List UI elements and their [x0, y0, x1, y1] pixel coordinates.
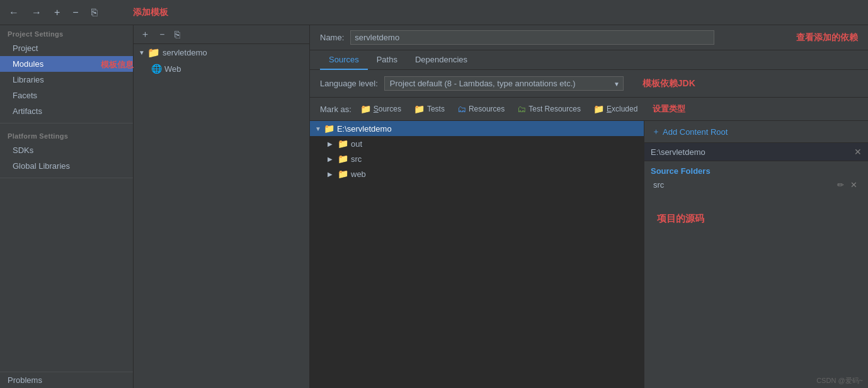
right-panel-item-actions: ✏ ✕ [835, 180, 859, 190]
src-root-path-label: E:\servletdemo [337, 124, 392, 134]
src-tree-root-item[interactable]: ▼ 📁 E:\servletdemo [310, 121, 644, 136]
resources-folder-icon: 🗂 [457, 104, 466, 114]
language-level-wrapper: Project default (8 - Lambdas, type annot… [384, 76, 624, 91]
forward-button[interactable]: → [29, 6, 44, 20]
mark-as-label: Mark as: [320, 105, 351, 114]
tree-add-btn[interactable]: ＋ [139, 28, 152, 41]
plus-icon: ＋ [652, 126, 660, 137]
right-panel-close-button[interactable]: ✕ [854, 147, 862, 157]
name-row: Name: 查看添加的依赖 [310, 25, 868, 50]
content-area: Name: 查看添加的依赖 Sources Paths Dependencies… [310, 25, 868, 388]
remove-src-button[interactable]: ✕ [848, 180, 859, 190]
right-panel-path-label: E:\servletdemo [651, 147, 705, 157]
language-level-label: Language level: [320, 79, 378, 88]
testresources-folder-icon: 🗂 [517, 104, 526, 114]
sidebar-item-libraries[interactable]: Libraries [0, 72, 133, 88]
add-content-root-button[interactable]: ＋ Add Content Root [652, 126, 728, 137]
tree-web-label: Web [164, 64, 181, 74]
main-layout: Project Settings Project Modules Librari… [0, 25, 868, 388]
tab-paths[interactable]: Paths [368, 50, 406, 70]
source-tree: ▼ 📁 E:\servletdemo ▶ 📁 out ▶ 📁 src ▶ 📁 [310, 121, 644, 388]
mark-as-row: Mark as: 📁 Sources 📁 Tests 🗂 Resources 🗂… [310, 98, 868, 121]
mark-sources-label: Sources [374, 105, 401, 113]
folder-icon-root: 📁 [147, 47, 160, 59]
tree-item-web[interactable]: 🌐 Web [134, 61, 309, 76]
sidebar-item-artifacts[interactable]: Artifacts [0, 103, 133, 119]
annotation-template-info: 模板信息 [101, 59, 134, 71]
mark-tests-label: Tests [427, 105, 445, 113]
mark-excluded-btn[interactable]: 📁 Excluded [590, 103, 641, 115]
mark-testresources-label: Test Resources [528, 105, 581, 113]
sidebar: Project Settings Project Modules Librari… [0, 25, 134, 388]
right-panel-src-name: src [653, 180, 664, 190]
src-folder-icon: 📁 [338, 154, 348, 164]
platform-settings-label: Platform Settings [0, 127, 133, 142]
src-tree-out-arrow: ▶ [328, 140, 333, 147]
right-panel-toolbar: ＋ Add Content Root [644, 121, 868, 143]
mark-resources-btn[interactable]: 🗂 Resources [454, 103, 508, 115]
tree-root-label: servletdemo [163, 48, 207, 57]
right-panel: ＋ Add Content Root E:\servletdemo ✕ Sour… [644, 121, 868, 388]
right-panel-path-row: E:\servletdemo ✕ [644, 143, 868, 161]
src-out-label: out [351, 139, 362, 149]
src-tree-src-item[interactable]: ▶ 📁 src [310, 151, 644, 166]
add-button[interactable]: + [52, 6, 62, 20]
tree-toolbar: ＋ － ⎘ [134, 25, 309, 44]
tabs-row: Sources Paths Dependencies [310, 50, 868, 70]
name-label: Name: [320, 33, 344, 42]
src-web-label: web [351, 169, 366, 179]
sidebar-item-facets[interactable]: Facets [0, 88, 133, 103]
src-tree-src-arrow: ▶ [328, 156, 333, 163]
mark-tests-btn[interactable]: 📁 Tests [410, 103, 448, 115]
tree-copy-btn[interactable]: ⎘ [173, 28, 182, 40]
tab-sources[interactable]: Sources [320, 50, 368, 70]
src-tree-web-item[interactable]: ▶ 📁 web [310, 166, 644, 181]
src-tree-web-arrow: ▶ [328, 171, 333, 178]
annotation-check-deps: 查看添加的依赖 [796, 32, 858, 43]
sidebar-item-global-libraries[interactable]: Global Libraries [0, 158, 133, 174]
mark-excluded-label: Excluded [607, 105, 637, 113]
sidebar-divider-1 [0, 123, 133, 123]
copy-button[interactable]: ⎘ [89, 6, 100, 20]
toolbar: ← → + − ⎘ 添加模板 [0, 0, 868, 25]
sidebar-item-sdks[interactable]: SDKs [0, 142, 133, 158]
sidebar-item-problems[interactable]: Problems [0, 372, 133, 388]
annotation-project-source-container: 项目的源码 [644, 194, 868, 225]
tree-remove-btn[interactable]: － [156, 28, 169, 41]
language-level-select[interactable]: Project default (8 - Lambdas, type annot… [384, 76, 624, 91]
src-tree-root-arrow: ▼ [315, 125, 321, 132]
src-src-label: src [351, 154, 362, 164]
web-folder-icon-src: 📁 [338, 169, 348, 179]
source-folders-title: Source Folders [651, 166, 862, 176]
sidebar-item-project[interactable]: Project [0, 40, 133, 56]
annotation-add-template: 添加模板 [133, 7, 168, 18]
source-area: ▼ 📁 E:\servletdemo ▶ 📁 out ▶ 📁 src ▶ 📁 [310, 121, 868, 388]
edit-src-button[interactable]: ✏ [835, 180, 846, 190]
name-input[interactable] [350, 30, 714, 45]
mark-testresources-btn[interactable]: 🗂 Test Resources [513, 103, 585, 115]
src-root-folder-icon: 📁 [324, 123, 334, 134]
annotation-template-jdk: 模板依赖JDK [642, 78, 695, 89]
sidebar-bottom: Problems [0, 372, 133, 388]
watermark: CSDN @爱码~ [816, 376, 863, 385]
mark-sources-btn[interactable]: 📁 Sources [357, 103, 405, 115]
annotation-set-type: 设置类型 [653, 103, 685, 115]
tree-arrow-down: ▼ [139, 49, 145, 56]
project-settings-label: Project Settings [0, 25, 133, 40]
minus-button[interactable]: − [70, 6, 81, 20]
tests-folder-icon: 📁 [414, 104, 425, 114]
language-level-row: Language level: Project default (8 - Lam… [310, 70, 868, 98]
right-panel-section: Source Folders src ✏ ✕ [644, 161, 868, 194]
back-button[interactable]: ← [6, 6, 21, 20]
add-content-root-label: Add Content Root [663, 127, 728, 137]
src-tree-out-item[interactable]: ▶ 📁 out [310, 136, 644, 151]
tree-item-root[interactable]: ▼ 📁 servletdemo [134, 44, 309, 61]
out-folder-icon: 📁 [338, 139, 348, 149]
sources-folder-icon: 📁 [360, 104, 371, 114]
sidebar-divider-2 [0, 178, 133, 178]
right-panel-item-src: src ✏ ✕ [651, 178, 862, 191]
tab-dependencies[interactable]: Dependencies [406, 50, 476, 70]
excluded-folder-icon: 📁 [593, 104, 604, 114]
web-icon: 🌐 [151, 64, 162, 74]
annotation-project-source: 项目的源码 [657, 213, 704, 224]
